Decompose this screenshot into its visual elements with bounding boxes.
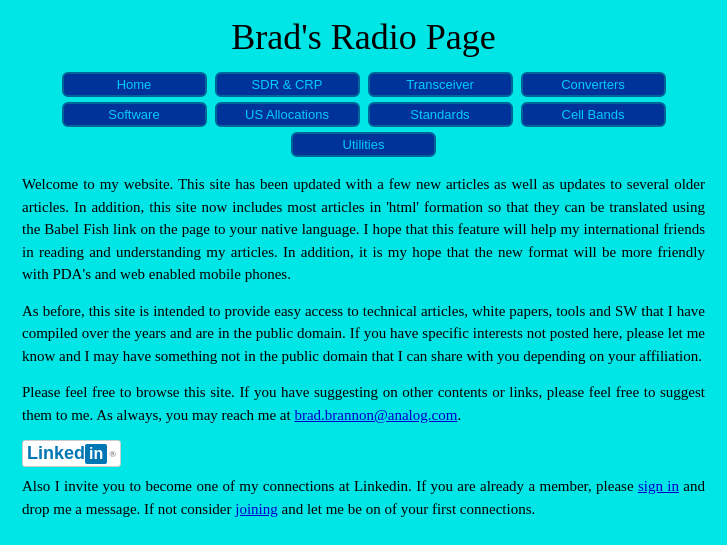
linkedin-in: in <box>85 444 107 464</box>
nav-us-allocations[interactable]: US Allocations <box>215 102 360 127</box>
nav-row-2: Software US Allocations Standards Cell B… <box>62 102 666 127</box>
nav-row-1: Home SDR & CRP Transceiver Converters <box>62 72 666 97</box>
paragraph-2: As before, this site is intended to prov… <box>22 300 705 368</box>
p4-after: and let me be on of your first connectio… <box>278 501 535 517</box>
nav-home[interactable]: Home <box>62 72 207 97</box>
linkedin-reg: ® <box>109 449 116 459</box>
linkedin-text: Linked <box>27 443 85 464</box>
main-content: Welcome to my website. This site has bee… <box>18 173 709 520</box>
paragraph-4: Also I invite you to become one of my co… <box>22 475 705 520</box>
joining-link[interactable]: joining <box>235 501 278 517</box>
nav-cell-bands[interactable]: Cell Bands <box>521 102 666 127</box>
linkedin-logo: Linkedin® <box>22 440 121 467</box>
nav-container: Home SDR & CRP Transceiver Converters So… <box>18 72 709 157</box>
nav-standards[interactable]: Standards <box>368 102 513 127</box>
linkedin-badge: Linkedin® <box>22 440 121 467</box>
p3-after: . <box>457 407 461 423</box>
linkedin-section: Linkedin® Also I invite you to become on… <box>22 440 705 520</box>
nav-software[interactable]: Software <box>62 102 207 127</box>
page-title: Brad's Radio Page <box>18 16 709 58</box>
paragraph-1: Welcome to my website. This site has bee… <box>22 173 705 286</box>
paragraph-3: Please feel free to browse this site. If… <box>22 381 705 426</box>
nav-utilities[interactable]: Utilities <box>291 132 436 157</box>
nav-converters[interactable]: Converters <box>521 72 666 97</box>
p4-before: Also I invite you to become one of my co… <box>22 478 638 494</box>
nav-row-3: Utilities <box>291 132 436 157</box>
email-link[interactable]: brad.brannon@analog.com <box>294 407 457 423</box>
nav-transceiver[interactable]: Transceiver <box>368 72 513 97</box>
signin-link[interactable]: sign in <box>638 478 679 494</box>
nav-sdr-crp[interactable]: SDR & CRP <box>215 72 360 97</box>
